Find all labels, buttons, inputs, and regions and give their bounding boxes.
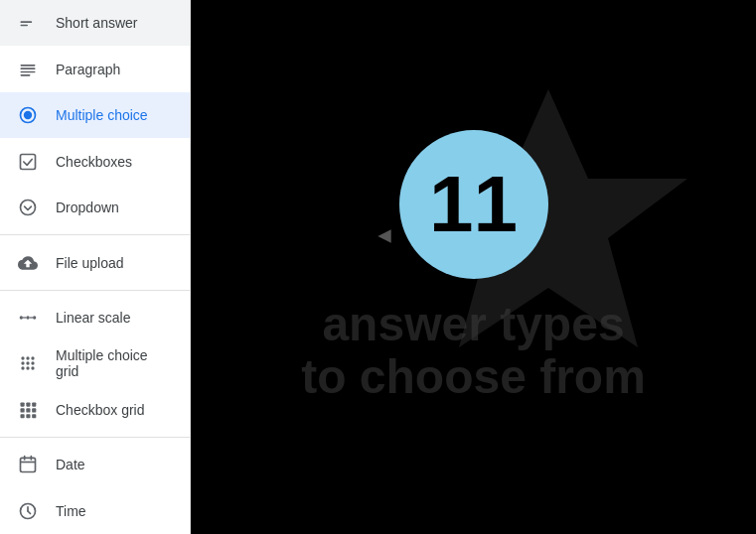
sidebar-item-dropdown[interactable]: Dropdown <box>0 185 190 230</box>
divider-3 <box>0 437 190 438</box>
sidebar-item-multiple-choice-grid[interactable]: Multiple choice grid <box>0 340 190 386</box>
svg-rect-5 <box>21 74 31 76</box>
date-icon <box>16 453 40 476</box>
svg-rect-25 <box>26 402 30 406</box>
sidebar-item-dropdown-label: Dropdown <box>56 200 119 215</box>
svg-rect-27 <box>21 408 25 412</box>
svg-point-15 <box>21 357 24 360</box>
svg-rect-32 <box>32 414 36 418</box>
sidebar-item-linear-scale[interactable]: Linear scale <box>0 295 190 340</box>
sidebar-item-file-upload-label: File upload <box>56 255 124 271</box>
paragraph-icon <box>16 58 40 81</box>
sidebar: Short answer Paragraph Multiple choice <box>0 0 191 534</box>
svg-rect-0 <box>21 22 33 24</box>
sidebar-item-paragraph[interactable]: Paragraph <box>0 46 190 91</box>
svg-point-10 <box>20 316 23 319</box>
sidebar-item-time[interactable]: Time <box>0 488 190 534</box>
sidebar-item-multiple-choice-grid-label: Multiple choice grid <box>56 347 174 379</box>
svg-rect-26 <box>32 402 36 406</box>
svg-point-22 <box>26 367 29 370</box>
sidebar-item-checkbox-grid[interactable]: Checkbox grid <box>0 387 190 433</box>
sidebar-item-time-label: Time <box>56 503 86 519</box>
divider-1 <box>0 234 190 235</box>
sidebar-item-checkboxes-label: Checkboxes <box>56 154 132 170</box>
sidebar-item-multiple-choice[interactable]: Multiple choice <box>0 92 190 138</box>
svg-point-21 <box>21 367 24 370</box>
checkboxes-icon <box>16 150 40 174</box>
promo-text-line2: to choose from <box>301 351 646 404</box>
svg-point-9 <box>21 200 36 215</box>
svg-rect-33 <box>21 459 36 472</box>
number-badge: 11 <box>399 130 548 279</box>
sidebar-item-linear-scale-label: Linear scale <box>56 310 131 326</box>
svg-rect-30 <box>21 414 25 418</box>
arrow-overlay <box>375 226 394 246</box>
file-upload-icon <box>16 251 40 275</box>
sidebar-item-file-upload[interactable]: File upload <box>0 239 190 285</box>
svg-point-20 <box>31 362 34 365</box>
svg-rect-24 <box>21 402 25 406</box>
sidebar-item-short-answer-label: Short answer <box>56 15 137 31</box>
sidebar-item-checkbox-grid-label: Checkbox grid <box>56 402 145 418</box>
svg-point-18 <box>21 362 24 365</box>
svg-line-39 <box>28 511 31 514</box>
svg-rect-31 <box>26 414 30 418</box>
svg-point-11 <box>26 316 29 319</box>
svg-marker-41 <box>378 229 390 242</box>
svg-rect-29 <box>32 408 36 412</box>
svg-point-17 <box>31 357 34 360</box>
svg-rect-3 <box>21 67 36 69</box>
svg-rect-1 <box>21 25 29 27</box>
sidebar-item-short-answer[interactable]: Short answer <box>0 0 190 46</box>
svg-rect-28 <box>26 408 30 412</box>
divider-2 <box>0 290 190 291</box>
short-answer-icon <box>16 11 40 35</box>
multiple-choice-icon <box>16 103 40 127</box>
sidebar-item-checkboxes[interactable]: Checkboxes <box>0 138 190 184</box>
svg-rect-8 <box>21 154 36 169</box>
time-icon <box>16 499 40 523</box>
promo-text-line1: answer types <box>322 299 624 351</box>
svg-point-23 <box>31 367 34 370</box>
svg-point-12 <box>33 316 36 319</box>
sidebar-item-date[interactable]: Date <box>0 442 190 487</box>
linear-scale-icon <box>16 306 40 330</box>
dropdown-icon <box>16 196 40 219</box>
sidebar-item-date-label: Date <box>56 457 85 472</box>
checkbox-grid-icon <box>16 398 40 422</box>
svg-point-7 <box>24 111 32 119</box>
main-content: 11 answer types to choose from <box>191 0 756 534</box>
svg-point-16 <box>26 357 29 360</box>
sidebar-item-multiple-choice-label: Multiple choice <box>56 107 148 123</box>
svg-point-19 <box>26 362 29 365</box>
svg-rect-2 <box>21 65 36 67</box>
sidebar-item-paragraph-label: Paragraph <box>56 62 120 77</box>
multiple-choice-grid-icon <box>16 351 40 375</box>
svg-rect-4 <box>21 70 36 72</box>
